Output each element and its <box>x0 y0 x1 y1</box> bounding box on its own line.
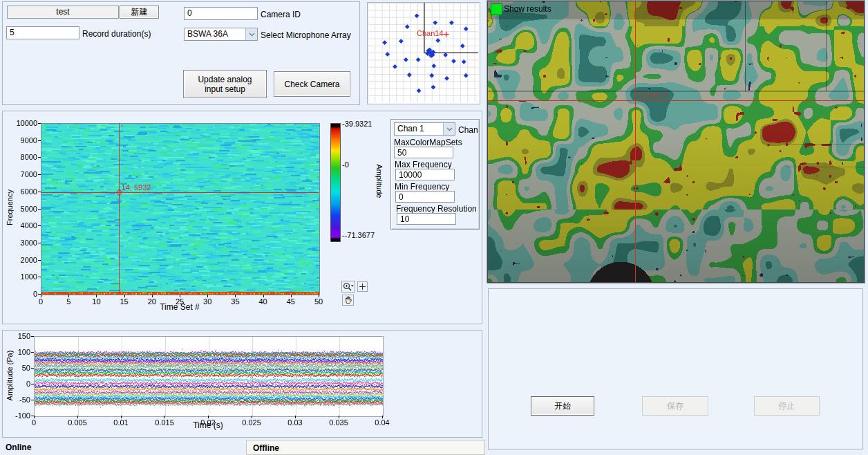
tick-mark <box>382 416 383 418</box>
waveform-canvas[interactable] <box>34 336 384 417</box>
magnifier-icon <box>343 282 354 291</box>
tick-mark <box>252 416 252 418</box>
tick-mark <box>121 416 122 418</box>
test-name-input[interactable]: test <box>7 6 119 19</box>
spectrogram-y-tick: 5000 <box>8 205 37 213</box>
mic-array-plot[interactable] <box>368 3 478 102</box>
spectrogram-x-tick: 5 <box>55 297 82 306</box>
chevron-down-icon[interactable] <box>443 123 455 135</box>
mic-cursor-label: Chan14 <box>417 29 444 37</box>
show-results-led[interactable] <box>491 3 502 15</box>
offline-status-bar <box>246 440 485 455</box>
start-button[interactable]: 开始 <box>531 396 594 416</box>
tick-mark <box>291 295 292 297</box>
spectrogram-x-tick: 10 <box>82 297 110 306</box>
waveform-y-tick: -50 <box>3 396 30 404</box>
hand-icon <box>344 296 352 304</box>
camera-canvas[interactable] <box>488 1 864 282</box>
offline-status: Offline <box>253 443 279 453</box>
tick-mark <box>180 295 180 297</box>
spectrogram-x-tick: 40 <box>249 297 277 306</box>
camera-cursor-v[interactable] <box>635 1 636 282</box>
colorbar <box>330 123 341 242</box>
tick-mark <box>38 209 41 210</box>
mic-array-select[interactable]: BSWA 36A <box>184 28 258 41</box>
spectrogram-y-tick: 9000 <box>8 136 37 145</box>
actions-panel <box>488 288 863 449</box>
record-duration-input[interactable]: 5 <box>6 26 79 39</box>
new-button[interactable]: 新建 <box>120 6 159 19</box>
waveform-x-tick: 0.025 <box>234 418 269 427</box>
waveform-x-tick: 0.035 <box>321 418 356 427</box>
crosshair-tool-button[interactable] <box>357 281 368 292</box>
camera-id-label: Camera ID <box>261 10 301 19</box>
spectrogram-y-tick: 4000 <box>8 221 37 230</box>
waveform-x-tick: 0.03 <box>278 418 312 427</box>
save-button[interactable]: 保存 <box>642 396 708 416</box>
spectrogram-y-tick: 3000 <box>8 239 37 247</box>
mic-array-label: Select Microphone Array <box>261 30 351 40</box>
spectrogram-cursor-h[interactable] <box>41 192 319 193</box>
waveform-y-tick: 50 <box>3 364 30 372</box>
pan-tool-button[interactable] <box>342 295 354 306</box>
spectrogram-x-tick: 15 <box>111 297 138 306</box>
min-frequency-label: Min Frequency <box>395 182 449 192</box>
chevron-down-icon[interactable] <box>245 28 257 40</box>
spectrogram-x-tick: 0 <box>27 297 55 306</box>
zoom-tool-button[interactable] <box>341 281 355 292</box>
stop-button[interactable]: 停止 <box>754 396 820 416</box>
max-frequency-input[interactable]: 10000 <box>395 169 455 180</box>
waveform-x-tick: 0.04 <box>365 418 399 427</box>
spectrogram-y-tick: 10000 <box>8 119 37 127</box>
tick-mark <box>339 416 339 418</box>
spectrogram-canvas[interactable] <box>41 123 320 295</box>
min-frequency-input[interactable]: 0 <box>395 191 455 203</box>
tick-mark <box>68 295 69 297</box>
spectrogram-y-tick: 7000 <box>8 170 37 178</box>
tick-mark <box>38 174 41 175</box>
tick-mark <box>31 384 34 384</box>
check-camera-button[interactable]: Check Camera <box>274 71 350 97</box>
tick-mark <box>235 295 236 297</box>
plus-icon <box>359 284 366 290</box>
tick-mark <box>38 260 41 261</box>
tick-mark <box>124 295 125 297</box>
amplitude-axis-label: Amplitude <box>375 160 384 202</box>
tick-mark <box>208 416 209 418</box>
record-duration-label: Record duration(s) <box>82 29 151 39</box>
mic-array-select-value: BSWA 36A <box>187 29 228 39</box>
spectrogram-cursor-v[interactable] <box>119 123 120 294</box>
waveform-x-tick: 0.005 <box>60 418 95 427</box>
colorbar-zero-label: -0 <box>342 160 349 169</box>
tick-mark <box>295 416 296 418</box>
spectrogram-x-tick: 30 <box>194 297 221 306</box>
spectrogram-cursor-label: 14, 5932 <box>122 183 151 192</box>
spectrogram-x-tick: 45 <box>277 297 305 306</box>
waveform-y-tick: 150 <box>3 332 30 340</box>
tick-mark <box>31 352 34 353</box>
tick-mark <box>263 295 264 297</box>
maxcolormapsets-input[interactable]: 50 <box>394 147 453 158</box>
update-analog-button[interactable]: Update analog input setup <box>183 70 267 98</box>
tick-mark <box>164 416 165 418</box>
spectrogram-x-tick: 35 <box>221 297 249 306</box>
waveform-y-tick: 0 <box>3 380 30 388</box>
colorbar-max-label: -39.9321 <box>342 120 372 128</box>
chan-label: Chan <box>458 125 478 135</box>
chan-select[interactable]: Chan 1 <box>394 122 455 136</box>
chan-select-value: Chan 1 <box>397 124 424 133</box>
frequency-resolution-input[interactable]: 10 <box>397 213 456 225</box>
waveform-x-tick: 0.01 <box>104 418 138 427</box>
tick-mark <box>319 295 319 297</box>
spectrogram-y-tick: 2000 <box>8 256 37 264</box>
tick-mark <box>38 225 41 226</box>
waveform-x-tick: 0 <box>17 418 51 427</box>
tick-mark <box>207 295 208 297</box>
spectrogram-y-tick: 1000 <box>8 272 37 281</box>
camera-cursor-h[interactable] <box>488 100 864 101</box>
colorbar-min-label: --71.3677 <box>342 231 375 239</box>
tick-mark <box>38 123 41 124</box>
tick-mark <box>38 192 41 192</box>
camera-id-input[interactable]: 0 <box>184 7 258 20</box>
tick-mark <box>38 157 41 158</box>
